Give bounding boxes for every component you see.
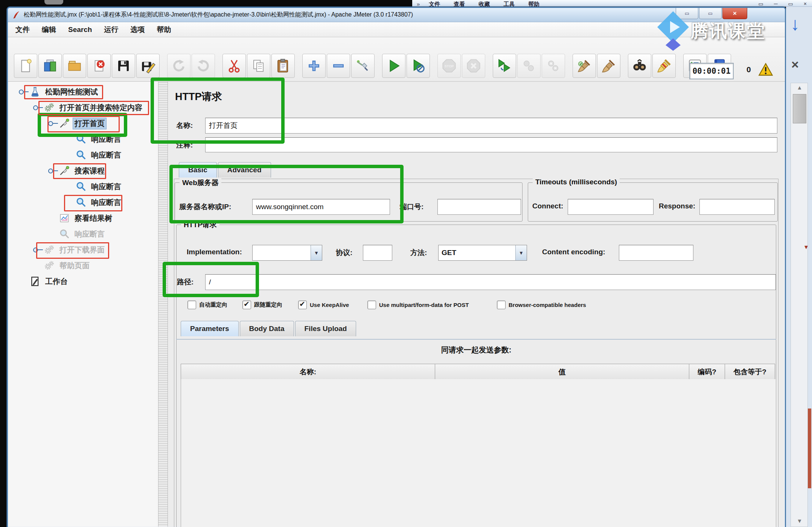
param-column-header-2[interactable]: 编码? <box>689 364 725 380</box>
open-file-button[interactable] <box>63 54 86 78</box>
path-input[interactable] <box>205 274 776 290</box>
tree-item-响应断言[interactable]: 响应断言 <box>8 194 158 210</box>
menu-文件[interactable]: 文件 <box>15 25 30 35</box>
checkbox-box[interactable] <box>497 301 506 309</box>
outer-menu-item-查看[interactable]: 查看 <box>454 0 465 7</box>
close-button[interactable]: × <box>722 8 747 19</box>
add-button[interactable] <box>302 54 326 78</box>
checkbox-box[interactable] <box>367 301 376 309</box>
param-column-header-3[interactable]: 包含等于? <box>725 364 775 380</box>
checkbox-Use KeepAlive[interactable]: Use KeepAlive <box>298 301 349 309</box>
response-timeout-input[interactable] <box>699 199 775 215</box>
start-no-pauses-button[interactable] <box>407 54 430 78</box>
outer-window-controls[interactable]: ▭─▭× <box>758 0 807 7</box>
tree-item-松勤网性能测试[interactable]: 松勤网性能测试 <box>8 84 158 100</box>
search-button[interactable] <box>628 54 651 78</box>
tree-item-打开下载界面[interactable]: 打开下载界面 <box>8 242 158 258</box>
remove-button[interactable] <box>327 54 350 78</box>
scrollbar-track[interactable] <box>791 83 808 527</box>
minimize-button[interactable]: ▭ <box>676 8 698 19</box>
connect-timeout-input[interactable] <box>568 199 654 215</box>
tree-expand-handle[interactable] <box>48 121 53 126</box>
checkbox-跟随重定向[interactable]: 跟随重定向 <box>242 301 282 309</box>
server-name-input[interactable] <box>252 199 390 215</box>
tab-parameters[interactable]: Parameters <box>181 321 239 336</box>
splitter[interactable] <box>158 82 168 527</box>
save-button[interactable] <box>112 54 135 78</box>
name-input[interactable] <box>205 118 777 134</box>
copy-button[interactable] <box>247 54 270 78</box>
toggle-button[interactable] <box>351 54 375 78</box>
outer-menu-item-帮助[interactable]: 帮助 <box>528 0 539 7</box>
clear-button[interactable] <box>573 54 596 78</box>
maximize-button[interactable]: ▭ <box>699 8 722 19</box>
scroll-up-icon[interactable]: ▲ <box>795 84 804 91</box>
tree-item-响应断言[interactable]: 响应断言 <box>8 179 158 194</box>
error-count[interactable]: 0 <box>746 65 751 74</box>
titlebar[interactable]: 松勤网性能测试.jmx (F:\job\1-课程体系\4-性能测试班\8-Jme… <box>8 8 785 22</box>
warning-icon[interactable] <box>758 62 774 77</box>
checkbox-自动重定向[interactable]: 自动重定向 <box>187 301 227 309</box>
download-arrow-icon[interactable]: ↓ <box>791 14 800 34</box>
remote-start-all-button[interactable] <box>493 54 516 78</box>
checkbox-box[interactable] <box>187 301 196 309</box>
tree-item-打开首页[interactable]: 打开首页 <box>8 115 158 131</box>
port-input[interactable] <box>437 199 521 215</box>
tree-item-打开首页并搜索特定内容[interactable]: 打开首页并搜索特定内容 <box>8 100 158 115</box>
outer-menu-item-工具[interactable]: 工具 <box>503 0 515 7</box>
new-file-button[interactable] <box>14 54 37 78</box>
scrollbar-thumb[interactable] <box>793 94 806 123</box>
menu-选项[interactable]: 选项 <box>130 25 145 35</box>
implementation-select[interactable]: ▼ <box>252 245 322 261</box>
outer-menu-item-收藏[interactable]: 收藏 <box>478 0 490 7</box>
chevron-down-icon[interactable]: ▼ <box>311 245 322 260</box>
param-column-header-1[interactable]: 值 <box>435 364 689 380</box>
save-as-button[interactable] <box>136 54 160 78</box>
menu-运行[interactable]: 运行 <box>104 25 118 35</box>
scroll-down-icon[interactable]: ▼ <box>795 518 804 524</box>
templates-button[interactable] <box>38 54 62 78</box>
tree-expand-handle[interactable] <box>48 169 53 173</box>
start-button[interactable] <box>382 54 405 78</box>
menu-编辑[interactable]: 编辑 <box>42 25 56 35</box>
paste-button[interactable] <box>271 54 295 78</box>
comment-input[interactable] <box>205 137 777 152</box>
close-icon[interactable]: × <box>804 0 807 7</box>
tree-expand-handle[interactable] <box>33 105 38 110</box>
maximize-icon[interactable]: ▭ <box>788 0 793 7</box>
tab-body-data[interactable]: Body Data <box>240 321 294 336</box>
minimize-icon[interactable]: ─ <box>774 0 778 7</box>
param-table-body[interactable] <box>181 379 776 527</box>
tree-item-搜索课程[interactable]: 搜索课程 <box>8 163 158 179</box>
tree-item-响应断言[interactable]: 响应断言 <box>8 226 158 242</box>
tree-expand-handle[interactable] <box>33 248 38 252</box>
tab-basic[interactable]: Basic <box>179 162 217 178</box>
restore-icon[interactable]: ▭ <box>758 0 763 7</box>
tree-item-响应断言[interactable]: 响应断言 <box>8 147 158 163</box>
clear-all-button[interactable] <box>597 54 620 78</box>
checkbox-box[interactable] <box>242 301 251 309</box>
tree-item-察看结果树[interactable]: 察看结果树 <box>8 210 158 226</box>
tree-expand-handle[interactable] <box>19 90 24 94</box>
search-reset-button[interactable] <box>652 54 676 78</box>
tree-item-工作台[interactable]: 工作台 <box>8 273 158 289</box>
protocol-input[interactable] <box>363 245 392 261</box>
outer-menu-item-文件[interactable]: 文件 <box>429 0 440 7</box>
menu-Search[interactable]: Search <box>68 26 92 34</box>
chevron-down-icon[interactable]: ▼ <box>515 245 527 260</box>
content-encoding-input[interactable] <box>619 245 693 261</box>
checkbox-box[interactable] <box>298 301 307 309</box>
close-file-button[interactable] <box>87 54 111 78</box>
cut-button[interactable] <box>222 54 246 78</box>
checkbox-Use multipart/form-data for POST[interactable]: Use multipart/form-data for POST <box>367 301 469 309</box>
tree-item-帮助页面[interactable]: 帮助页面 <box>8 258 158 273</box>
dropper-icon <box>59 118 70 129</box>
method-select[interactable]: GET ▼ <box>438 245 527 261</box>
checkbox-Browser-compatible headers[interactable]: Browser-compatible headers <box>497 301 586 309</box>
panel-close-icon[interactable]: × <box>791 57 799 72</box>
tree-item-响应断言[interactable]: 响应断言 <box>8 131 158 147</box>
menu-帮助[interactable]: 帮助 <box>157 25 171 35</box>
tab-files-upload[interactable]: Files Upload <box>295 321 356 336</box>
param-column-header-0[interactable]: 名称: <box>181 364 435 380</box>
tab-advanced[interactable]: Advanced <box>218 162 271 178</box>
